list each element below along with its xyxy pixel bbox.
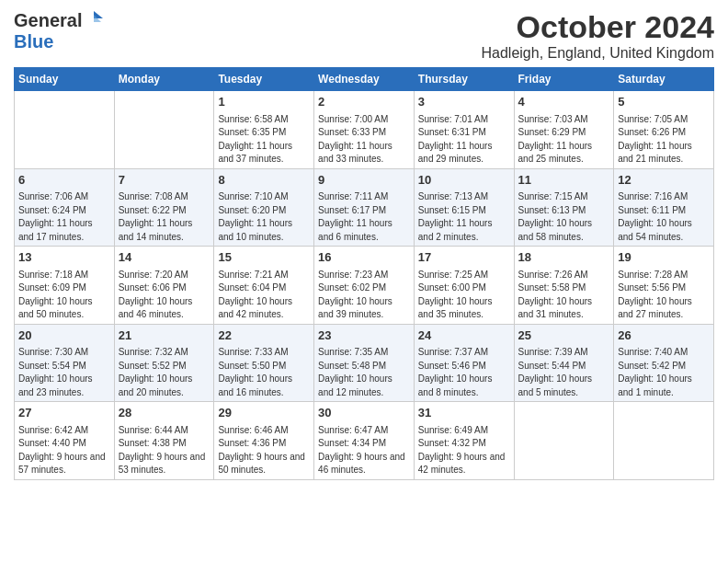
calendar-cell: 11Sunrise: 7:15 AM Sunset: 6:13 PM Dayli… [514,168,614,247]
logo-bird-icon [85,9,105,31]
header-day-tuesday: Tuesday [214,68,314,91]
calendar-table: SundayMondayTuesdayWednesdayThursdayFrid… [14,67,714,480]
calendar-cell: 20Sunrise: 7:30 AM Sunset: 5:54 PM Dayli… [15,324,115,402]
day-number: 6 [18,172,110,189]
header-day-saturday: Saturday [614,68,714,91]
day-number: 7 [119,172,210,189]
day-number: 9 [318,172,410,189]
calendar-cell: 16Sunrise: 7:23 AM Sunset: 6:02 PM Dayli… [314,247,415,325]
calendar-week-5: 27Sunrise: 6:42 AM Sunset: 4:40 PM Dayli… [15,402,714,480]
day-number: 22 [218,327,310,344]
day-info: Sunrise: 7:40 AM Sunset: 5:42 PM Dayligh… [618,347,692,397]
day-number: 17 [418,249,510,266]
header-row: SundayMondayTuesdayWednesdayThursdayFrid… [15,68,714,91]
day-info: Sunrise: 7:05 AM Sunset: 6:26 PM Dayligh… [618,114,692,165]
day-info: Sunrise: 7:26 AM Sunset: 5:58 PM Dayligh… [518,270,593,320]
day-info: Sunrise: 7:16 AM Sunset: 6:11 PM Dayligh… [618,191,692,242]
day-info: Sunrise: 6:47 AM Sunset: 4:34 PM Dayligh… [318,425,405,476]
day-number: 30 [318,405,410,421]
day-number: 13 [18,249,110,266]
calendar-cell: 8Sunrise: 7:10 AM Sunset: 6:20 PM Daylig… [214,168,314,247]
day-number: 27 [18,405,110,421]
day-info: Sunrise: 7:11 AM Sunset: 6:17 PM Dayligh… [318,191,392,242]
header-day-monday: Monday [114,68,214,91]
header-day-sunday: Sunday [15,68,115,91]
day-number: 15 [218,249,310,266]
calendar-cell: 30Sunrise: 6:47 AM Sunset: 4:34 PM Dayli… [314,402,415,480]
calendar-cell: 26Sunrise: 7:40 AM Sunset: 5:42 PM Dayli… [614,324,714,402]
calendar-cell: 5Sunrise: 7:05 AM Sunset: 6:26 PM Daylig… [614,91,714,169]
day-info: Sunrise: 7:32 AM Sunset: 5:52 PM Dayligh… [119,347,193,397]
day-info: Sunrise: 6:42 AM Sunset: 4:40 PM Dayligh… [18,425,106,476]
day-info: Sunrise: 7:25 AM Sunset: 6:00 PM Dayligh… [418,270,493,320]
day-number: 5 [618,94,710,110]
day-number: 21 [119,327,210,344]
day-number: 4 [518,94,610,110]
day-info: Sunrise: 7:01 AM Sunset: 6:31 PM Dayligh… [418,114,493,165]
day-number: 25 [518,327,610,344]
calendar-cell: 14Sunrise: 7:20 AM Sunset: 6:06 PM Dayli… [114,247,214,325]
day-info: Sunrise: 7:15 AM Sunset: 6:13 PM Dayligh… [518,191,593,242]
calendar-cell [614,402,714,480]
calendar-cell: 1Sunrise: 6:58 AM Sunset: 6:35 PM Daylig… [214,91,314,169]
day-number: 29 [218,405,310,421]
day-number: 11 [518,172,610,189]
header-day-thursday: Thursday [414,68,514,91]
day-info: Sunrise: 7:35 AM Sunset: 5:48 PM Dayligh… [318,347,392,397]
logo: General Blue [14,9,105,52]
calendar-cell: 2Sunrise: 7:00 AM Sunset: 6:33 PM Daylig… [314,91,415,169]
header-day-wednesday: Wednesday [314,68,415,91]
day-number: 12 [618,172,710,189]
calendar-cell: 12Sunrise: 7:16 AM Sunset: 6:11 PM Dayli… [614,168,714,247]
calendar-cell: 23Sunrise: 7:35 AM Sunset: 5:48 PM Dayli… [314,324,415,402]
day-info: Sunrise: 7:10 AM Sunset: 6:20 PM Dayligh… [218,191,292,242]
calendar-cell: 4Sunrise: 7:03 AM Sunset: 6:29 PM Daylig… [514,91,614,169]
day-number: 28 [119,405,210,421]
day-number: 31 [418,405,510,421]
calendar-cell: 18Sunrise: 7:26 AM Sunset: 5:58 PM Dayli… [514,247,614,325]
day-number: 8 [218,172,310,189]
page-title: October 2024 [482,9,715,45]
calendar-cell: 22Sunrise: 7:33 AM Sunset: 5:50 PM Dayli… [214,324,314,402]
calendar-cell: 21Sunrise: 7:32 AM Sunset: 5:52 PM Dayli… [114,324,214,402]
day-info: Sunrise: 7:03 AM Sunset: 6:29 PM Dayligh… [518,114,593,165]
calendar-cell: 10Sunrise: 7:13 AM Sunset: 6:15 PM Dayli… [414,168,514,247]
logo-general: General [14,10,82,31]
header: General Blue October 2024 Hadleigh, Engl… [14,9,714,62]
day-number: 19 [618,249,710,266]
day-number: 14 [119,249,210,266]
calendar-cell: 27Sunrise: 6:42 AM Sunset: 4:40 PM Dayli… [15,402,115,480]
day-info: Sunrise: 7:30 AM Sunset: 5:54 PM Dayligh… [18,347,93,397]
calendar-week-4: 20Sunrise: 7:30 AM Sunset: 5:54 PM Dayli… [15,324,714,402]
calendar-header: SundayMondayTuesdayWednesdayThursdayFrid… [15,68,714,91]
day-info: Sunrise: 7:28 AM Sunset: 5:56 PM Dayligh… [618,270,692,320]
calendar-cell [15,91,115,169]
day-info: Sunrise: 7:13 AM Sunset: 6:15 PM Dayligh… [418,191,493,242]
day-number: 10 [418,172,510,189]
day-info: Sunrise: 7:39 AM Sunset: 5:44 PM Dayligh… [518,347,593,397]
calendar-cell: 31Sunrise: 6:49 AM Sunset: 4:32 PM Dayli… [414,402,514,480]
calendar-cell: 9Sunrise: 7:11 AM Sunset: 6:17 PM Daylig… [314,168,415,247]
day-number: 16 [318,249,410,266]
calendar-cell: 28Sunrise: 6:44 AM Sunset: 4:38 PM Dayli… [114,402,214,480]
title-area: October 2024 Hadleigh, England, United K… [482,9,715,62]
calendar-cell: 24Sunrise: 7:37 AM Sunset: 5:46 PM Dayli… [414,324,514,402]
day-number: 2 [318,94,410,110]
calendar-cell: 29Sunrise: 6:46 AM Sunset: 4:36 PM Dayli… [214,402,314,480]
day-info: Sunrise: 7:18 AM Sunset: 6:09 PM Dayligh… [18,270,93,320]
calendar-week-3: 13Sunrise: 7:18 AM Sunset: 6:09 PM Dayli… [15,247,714,325]
header-day-friday: Friday [514,68,614,91]
day-number: 23 [318,327,410,344]
calendar-week-2: 6Sunrise: 7:06 AM Sunset: 6:24 PM Daylig… [15,168,714,247]
day-info: Sunrise: 7:00 AM Sunset: 6:33 PM Dayligh… [318,114,392,165]
day-info: Sunrise: 7:23 AM Sunset: 6:02 PM Dayligh… [318,270,392,320]
calendar-cell [114,91,214,169]
logo-blue: Blue [14,31,53,52]
calendar-cell: 19Sunrise: 7:28 AM Sunset: 5:56 PM Dayli… [614,247,714,325]
calendar-cell [514,402,614,480]
calendar-cell: 17Sunrise: 7:25 AM Sunset: 6:00 PM Dayli… [414,247,514,325]
day-number: 3 [418,94,510,110]
day-info: Sunrise: 6:49 AM Sunset: 4:32 PM Dayligh… [418,425,506,476]
calendar-cell: 3Sunrise: 7:01 AM Sunset: 6:31 PM Daylig… [414,91,514,169]
calendar-cell: 6Sunrise: 7:06 AM Sunset: 6:24 PM Daylig… [15,168,115,247]
